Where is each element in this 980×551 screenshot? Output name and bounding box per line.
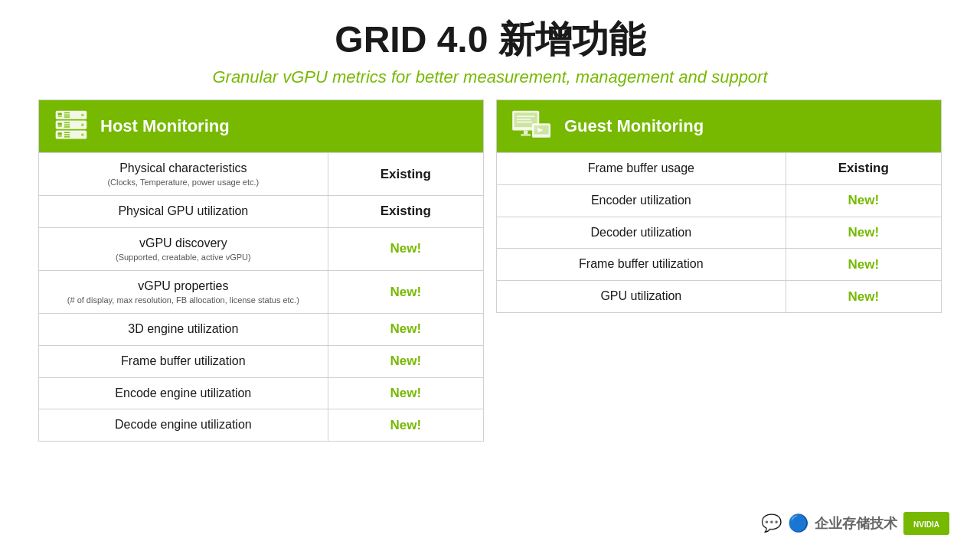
- host-status-cell: New!: [328, 377, 483, 409]
- guest-feature-label: Frame buffer usage: [588, 161, 694, 174]
- wechat-icon: 💬: [761, 514, 782, 533]
- host-feature-cell: vGPU properties(# of display, max resolu…: [39, 270, 328, 313]
- guest-table-body: Frame buffer usageExistingEncoder utiliz…: [497, 153, 942, 313]
- guest-table: Guest Monitoring Frame buffer usageExist…: [496, 99, 942, 313]
- host-feature-label: Encode engine utilization: [115, 386, 251, 399]
- host-table-row: vGPU discovery(Supported, creatable, act…: [39, 227, 484, 270]
- guest-header-label: Guest Monitoring: [564, 116, 704, 136]
- svg-rect-2: [57, 116, 62, 116]
- host-table-row: 3D engine utilizationNew!: [39, 314, 484, 346]
- svg-rect-9: [57, 126, 62, 126]
- host-feature-label: Decode engine utilization: [115, 418, 252, 431]
- host-feature-cell: Physical characteristics(Clocks, Tempera…: [39, 153, 328, 196]
- guest-header-cell: Guest Monitoring: [497, 100, 942, 153]
- guest-status-cell: New!: [786, 281, 941, 313]
- svg-rect-8: [57, 122, 62, 125]
- guest-table-row: Encoder utilizationNew!: [497, 184, 942, 217]
- host-table-row: Decode engine utilizationNew!: [39, 409, 484, 442]
- guest-table-row: GPU utilizationNew!: [497, 281, 942, 313]
- host-status-cell: Existing: [328, 153, 483, 196]
- brand-text: 企业存储技术: [815, 514, 897, 533]
- host-table-row: Encode engine utilizationNew!: [39, 377, 484, 409]
- host-status-cell: New!: [328, 227, 483, 270]
- host-table-row: Physical GPU utilizationExisting: [39, 196, 484, 228]
- guest-status-cell: New!: [786, 249, 941, 281]
- host-feature-label: Frame buffer utilization: [121, 354, 245, 367]
- svg-rect-15: [57, 132, 62, 135]
- host-header-row: Host Monitoring: [39, 100, 484, 153]
- host-feature-label: vGPU properties: [138, 279, 228, 292]
- guest-feature-cell: Frame buffer utilization: [497, 249, 786, 281]
- guest-monitoring-section: Guest Monitoring Frame buffer usageExist…: [496, 99, 942, 442]
- host-feature-cell: Frame buffer utilization: [39, 345, 328, 377]
- tables-container: Host Monitoring Physical characteristics…: [38, 99, 942, 442]
- guest-table-row: Frame buffer usageExisting: [497, 153, 942, 185]
- guest-status-cell: Existing: [786, 153, 941, 185]
- host-feature-sublabel: (Supported, creatable, active vGPU): [50, 252, 317, 262]
- svg-point-13: [81, 123, 84, 126]
- guest-status-cell: New!: [786, 184, 941, 217]
- main-title: GRID 4.0 新增功能: [335, 15, 645, 64]
- svg-point-20: [81, 133, 84, 136]
- monitor-icon: [511, 108, 554, 145]
- guest-table-row: Frame buffer utilizationNew!: [497, 249, 942, 281]
- guest-header-row: Guest Monitoring: [497, 100, 942, 153]
- host-status-cell: Existing: [328, 196, 483, 228]
- host-feature-label: vGPU discovery: [139, 236, 227, 249]
- svg-rect-28: [521, 134, 531, 135]
- host-feature-cell: Encode engine utilization: [39, 377, 328, 409]
- svg-rect-16: [57, 135, 62, 136]
- host-feature-cell: 3D engine utilization: [39, 314, 328, 346]
- host-table-row: Frame buffer utilizationNew!: [39, 345, 484, 377]
- svg-text:NVIDIA: NVIDIA: [913, 520, 939, 529]
- host-feature-sublabel: (# of display, max resolution, FB alloca…: [50, 295, 317, 305]
- svg-rect-1: [57, 112, 62, 115]
- host-feature-sublabel: (Clocks, Temperature, power usage etc.): [50, 177, 317, 187]
- guest-feature-cell: Decoder utilization: [497, 217, 786, 249]
- host-status-cell: New!: [328, 345, 483, 377]
- svg-rect-27: [524, 131, 528, 135]
- host-table-row: vGPU properties(# of display, max resolu…: [39, 270, 484, 313]
- wechat-icon2: 🔵: [788, 514, 808, 533]
- server-icon: [53, 108, 90, 145]
- host-header-cell: Host Monitoring: [39, 100, 484, 153]
- host-feature-label: Physical GPU utilization: [118, 204, 248, 217]
- guest-table-row: Decoder utilizationNew!: [497, 217, 942, 249]
- guest-feature-cell: GPU utilization: [497, 281, 786, 313]
- guest-status-cell: New!: [786, 217, 941, 249]
- guest-feature-label: Decoder utilization: [591, 226, 692, 239]
- host-feature-cell: vGPU discovery(Supported, creatable, act…: [39, 227, 328, 270]
- host-feature-cell: Physical GPU utilization: [39, 196, 328, 228]
- host-header-label: Host Monitoring: [100, 116, 230, 136]
- host-table: Host Monitoring Physical characteristics…: [38, 99, 484, 442]
- host-monitoring-section: Host Monitoring Physical characteristics…: [38, 99, 484, 442]
- brand-area: 💬 🔵 企业存储技术 NVIDIA: [761, 508, 949, 539]
- host-feature-cell: Decode engine utilization: [39, 409, 328, 442]
- host-table-row: Physical characteristics(Clocks, Tempera…: [39, 153, 484, 196]
- nvidia-logo: NVIDIA: [903, 508, 949, 539]
- guest-feature-label: Frame buffer utilization: [579, 257, 703, 270]
- host-status-cell: New!: [328, 270, 483, 313]
- guest-feature-label: Encoder utilization: [591, 194, 691, 207]
- host-status-cell: New!: [328, 314, 483, 346]
- guest-feature-cell: Frame buffer usage: [497, 153, 786, 185]
- guest-feature-label: GPU utilization: [600, 289, 681, 302]
- host-feature-label: 3D engine utilization: [128, 322, 238, 335]
- host-feature-label: Physical characteristics: [119, 161, 247, 174]
- host-status-cell: New!: [328, 409, 483, 442]
- subtitle: Granular vGPU metrics for better measure…: [212, 67, 767, 87]
- svg-point-6: [81, 113, 84, 116]
- host-table-body: Physical characteristics(Clocks, Tempera…: [39, 153, 484, 442]
- guest-feature-cell: Encoder utilization: [497, 184, 786, 217]
